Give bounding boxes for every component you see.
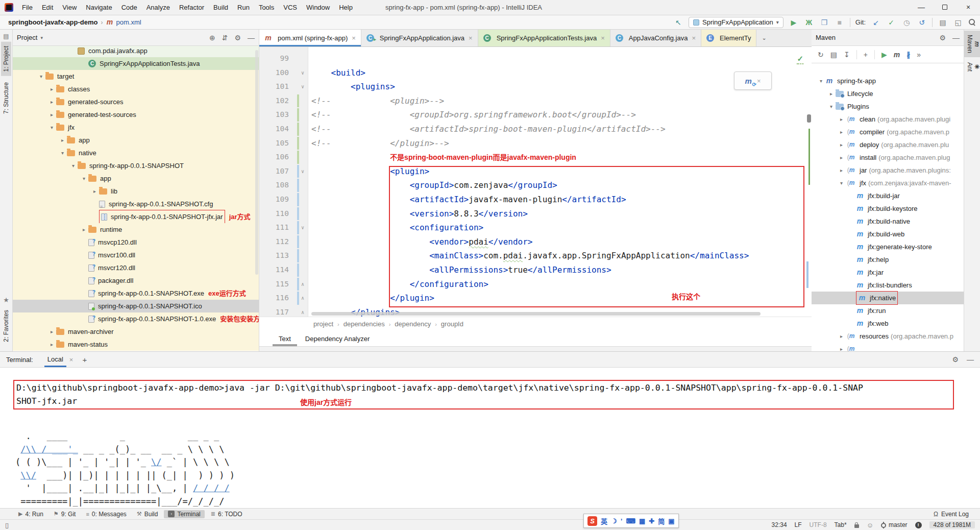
expand-arrow-icon[interactable]: ▸ [837, 330, 846, 343]
terminal-tab-local[interactable]: Local [44, 352, 66, 367]
expand-arrow-icon[interactable]: ▸ [47, 83, 56, 95]
toolwindow-button-4-run[interactable]: ▶4: Run [14, 510, 47, 518]
line-number[interactable]: 115 [259, 277, 289, 292]
project-tree-item[interactable]: ▸generated-test-sources [13, 108, 259, 121]
expand-arrow-icon[interactable]: ▸ [837, 126, 846, 138]
new-terminal-icon[interactable]: + [82, 355, 87, 364]
line-number[interactable]: 116 [259, 291, 289, 305]
line-number[interactable]: 100 [259, 66, 289, 80]
expand-arrow-icon[interactable]: ▸ [837, 138, 846, 151]
fold-marker-icon[interactable]: ∨ [301, 80, 304, 94]
maven-reload-icon[interactable]: m [745, 77, 752, 85]
download-sources-icon[interactable]: ↧ [844, 51, 850, 59]
menu-item-vcs[interactable]: VCS [279, 0, 302, 15]
collapse-arrow-icon[interactable]: ▾ [37, 70, 45, 83]
maven-tree-item[interactable]: jfx:native [812, 292, 964, 304]
close-icon[interactable]: × [957, 0, 980, 15]
maven-tree-item[interactable]: ▸ [812, 343, 964, 351]
project-panel-title[interactable]: Project [17, 34, 37, 41]
maven-tree-item[interactable]: ▸compiler (org.apache.maven.p [812, 126, 964, 138]
fold-marker-icon[interactable]: ∨ [301, 164, 304, 179]
collapse-arrow-icon[interactable]: ▾ [69, 159, 78, 172]
expand-arrow-icon[interactable]: ▸ [47, 95, 56, 108]
close-icon[interactable]: × [69, 356, 74, 364]
project-tree-item[interactable]: ▾app [13, 172, 259, 185]
editor-tab-springfxappapplication-java[interactable]: SpringFxAppApplication.java× [361, 30, 478, 46]
restore-layout-icon[interactable]: ◱ [953, 18, 963, 27]
inspections-ok-icon[interactable]: ✓ [797, 54, 803, 64]
project-tree-item[interactable]: ▸runtime [13, 223, 259, 236]
line-number[interactable]: 113 [259, 249, 289, 263]
git-commit-icon[interactable]: ✓ [886, 18, 896, 27]
git-history-icon[interactable]: ◷ [901, 18, 912, 27]
stripe-tab-7-structure[interactable]: 7: Structure [1, 78, 11, 118]
file-encoding[interactable]: UTF-8 [810, 521, 827, 528]
maven-tree-item[interactable]: ▾Plugins [812, 100, 964, 113]
line-number[interactable]: 114 [259, 263, 289, 277]
tool-window-switcher-icon[interactable]: ▯ [5, 521, 9, 529]
chevron-down-icon[interactable]: ▾ [40, 35, 43, 40]
generate-sources-icon[interactable]: ▤ [830, 51, 837, 59]
expand-arrow-icon[interactable]: ▸ [837, 343, 846, 351]
ime-item-icon[interactable]: ☽ [611, 517, 617, 525]
highlighting-level-icon[interactable]: ☺ [867, 521, 873, 529]
maven-tree-item[interactable]: ▸jar (org.apache.maven.plugins: [812, 164, 964, 177]
line-number[interactable]: 107 [259, 164, 289, 179]
editor-horizontal-scrollbar[interactable] [311, 312, 761, 316]
project-tree-item[interactable]: ▸generated-sources [13, 95, 259, 108]
project-tree-item[interactable]: ▸maven-archiver [13, 325, 259, 338]
line-number[interactable]: 108 [259, 178, 289, 192]
editor-tab-elementty[interactable]: ElementTy [701, 30, 756, 46]
project-tree-item[interactable]: ▸app [13, 134, 259, 147]
maven-tree-item[interactable]: ▸Lifecycle [812, 87, 964, 100]
menu-item-edit[interactable]: Edit [37, 0, 58, 15]
reimport-icon[interactable]: ↻ [818, 51, 824, 59]
expand-arrow-icon[interactable]: ▸ [90, 185, 99, 198]
line-number[interactable]: 101 [259, 80, 289, 94]
maximize-icon[interactable] [933, 0, 957, 15]
collapse-arrow-icon[interactable]: ▾ [817, 75, 825, 87]
add-maven-project-icon[interactable]: + [864, 51, 868, 59]
fold-marker-icon[interactable]: ∧ [301, 305, 304, 317]
fold-marker-icon[interactable]: ∧ [301, 291, 304, 305]
line-number[interactable]: 102 [259, 94, 289, 108]
maven-tree-item[interactable]: jfx:build-web [812, 228, 964, 240]
stop-icon[interactable]: ■ [835, 18, 845, 27]
editor-scrollbar-thumb[interactable] [807, 114, 811, 123]
ime-item-icon[interactable]: 英 [601, 516, 607, 526]
run-icon[interactable]: ▶ [789, 18, 799, 27]
maven-tree-item[interactable]: jfx:help [812, 253, 964, 266]
tab-dependency-analyzer[interactable]: Dependency Analyzer [299, 333, 376, 346]
maven-tree-item[interactable]: ▾spring-fx-app [812, 75, 964, 87]
fold-marker-icon[interactable]: ∨ [301, 221, 304, 235]
line-number[interactable]: 109 [259, 192, 289, 207]
line-separator[interactable]: LF [795, 521, 802, 528]
navigate-back-icon[interactable]: ↖ [673, 18, 683, 27]
line-number[interactable]: 105 [259, 136, 289, 151]
breadcrumb-groupId[interactable]: groupId [440, 320, 464, 328]
editor-tab-pom-xml-spring-fx-app-[interactable]: pom.xml (spring-fx-app)× [259, 30, 361, 46]
event-log-button[interactable]: ΩEvent Log [934, 511, 969, 518]
breadcrumb-project[interactable]: project [312, 320, 334, 328]
project-tree-item[interactable]: ▸lib [13, 185, 259, 198]
expand-arrow-icon[interactable]: ▸ [827, 87, 836, 100]
stripe-tab-1-project[interactable]: 1: Project [1, 42, 11, 76]
maven-tree-item[interactable]: ▸resources (org.apache.maven.p [812, 330, 964, 343]
toolwindow-button-0-messages[interactable]: ≡0: Messages [82, 510, 130, 518]
menu-item-code[interactable]: Code [117, 0, 142, 15]
expand-arrow-icon[interactable]: ▸ [837, 164, 846, 177]
collapse-arrow-icon[interactable]: ▾ [58, 147, 67, 159]
breadcrumb-project[interactable]: springboot-javafx-app-demo [8, 18, 98, 26]
coverage-icon[interactable]: ❒ [819, 18, 829, 27]
menu-item-help[interactable]: Help [334, 0, 357, 15]
line-number[interactable]: 99 [259, 52, 289, 66]
minimize-icon[interactable]: — [910, 0, 933, 15]
expand-arrow-icon[interactable]: ▸ [837, 113, 846, 126]
tab-text[interactable]: Text [273, 333, 297, 346]
editor-tab-springfxappapplicationtests-java[interactable]: SpringFxAppApplicationTests.java× [478, 30, 610, 46]
project-tree-item[interactable]: ▾target [13, 70, 259, 83]
stripe-tab-ant[interactable]: ✳Ant [964, 58, 980, 76]
read-only-lock-icon[interactable] [854, 524, 859, 528]
expand-arrow-icon[interactable]: ▸ [837, 151, 846, 164]
menu-item-view[interactable]: View [58, 0, 81, 15]
